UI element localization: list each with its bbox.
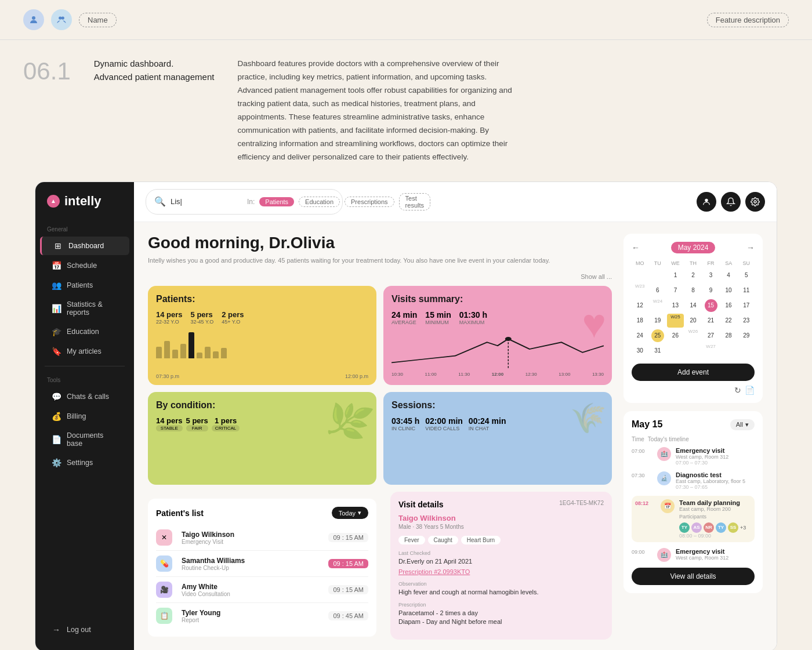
prescription-link[interactable]: Prescription #2.0993KTO (398, 568, 470, 575)
sidebar-label-articles: My articles (67, 347, 102, 355)
table-row[interactable]: ✕ Taigo Wilkinson Emergency Visit 09 : 1… (156, 525, 368, 551)
bottom-row: Patient's list Today ▾ ✕ (148, 492, 612, 640)
cal-day-4[interactable]: 4 (722, 269, 735, 282)
cal-day-19[interactable]: 19 (651, 314, 664, 327)
cal-day-20[interactable]: 20 (687, 314, 699, 327)
cal-day-3[interactable]: 3 (705, 269, 717, 282)
cal-day-6[interactable]: 6 (651, 284, 664, 297)
tl-content-1: Emergency visit West camp, Room 312 07:0… (676, 447, 755, 466)
cal-day-8[interactable]: 8 (687, 284, 699, 297)
cal-day-24[interactable]: 24 (633, 329, 646, 342)
document-icon[interactable]: 📄 (745, 386, 755, 395)
search-input[interactable] (171, 197, 240, 206)
cal-day-31[interactable]: 31 (651, 344, 664, 357)
settings-button[interactable] (745, 192, 765, 212)
timeline-date: May 15 (632, 419, 662, 430)
search-tag-test-results[interactable]: Test results (399, 193, 430, 210)
search-tag-prescriptions[interactable]: Prescriptions (345, 197, 394, 207)
show-all-link[interactable]: Show all ... (148, 273, 612, 280)
avatar: 💊 (156, 555, 172, 572)
vd-tags: Fever Caught Heart Burn (398, 536, 604, 544)
sidebar-item-chats[interactable]: 💬 Chats & calls (40, 387, 129, 406)
cal-day-21[interactable]: 21 (705, 314, 717, 327)
table-row[interactable]: 🎥 Amy White Video Consultation 09 : 15 A… (156, 577, 368, 603)
table-row[interactable]: 💊 Samantha Williams Routine Check-Up 09 … (156, 551, 368, 577)
cal-day-26[interactable]: 26 (669, 329, 682, 342)
cal-day-28[interactable]: 28 (722, 329, 735, 342)
cal-day-27[interactable]: 27 (705, 329, 717, 342)
cal-day-1[interactable]: 1 (669, 269, 682, 282)
tl-dot-1: 🏥 (657, 447, 671, 461)
tl-location-1: West camp, Room 312 (676, 454, 755, 460)
sidebar-label-chats: Chats & calls (67, 393, 109, 401)
profile-button[interactable] (697, 192, 716, 212)
cal-day-9[interactable]: 9 (705, 284, 717, 297)
cond-critical: 1 pers CRITICAL (212, 416, 240, 431)
patient-list-col: Patient's list Today ▾ ✕ (148, 492, 376, 640)
user-icon-1[interactable] (23, 9, 44, 30)
list-item: 08:12 📅 Team daily planning East camp, R… (632, 496, 755, 542)
sidebar-item-patients[interactable]: 👥 Patients (40, 276, 129, 295)
add-event-button[interactable]: Add event (632, 364, 755, 381)
sidebar-item-articles[interactable]: 🔖 My articles (40, 342, 129, 361)
calendar-next-button[interactable]: → (746, 243, 755, 252)
patient-type-3: Video Consultation (182, 591, 230, 597)
patient-time-4: 09 : 45 AM (328, 611, 368, 620)
cal-day-17[interactable]: 17 (740, 299, 753, 312)
cal-day-25[interactable]: 25 (651, 329, 664, 342)
cal-day-2[interactable]: 2 (687, 269, 699, 282)
cal-day-7[interactable]: 7 (669, 284, 682, 297)
sidebar-label-statistics: Statistics & reports (67, 300, 118, 317)
today-button[interactable]: Today ▾ (332, 507, 368, 519)
search-tag-education[interactable]: Education (299, 197, 340, 207)
sidebar-item-settings[interactable]: ⚙️ Settings (40, 453, 129, 472)
cal-day-14[interactable]: 14 (687, 299, 699, 312)
users-icon-2[interactable] (51, 9, 72, 30)
patient-type-1: Emergency Visit (182, 539, 234, 545)
sessions-chat-label: IN CHAT (469, 426, 506, 431)
cal-day-30[interactable]: 30 (633, 344, 646, 357)
cal-day-12[interactable]: 12 (633, 299, 646, 312)
visits-max-label: MAXIMUM (459, 319, 487, 325)
refresh-icon[interactable]: ↻ (734, 386, 741, 395)
sidebar-item-schedule[interactable]: 📅 Schedule (40, 256, 129, 275)
cond-fair-tag: FAIR (186, 425, 208, 431)
cal-day-23[interactable]: 23 (740, 314, 753, 327)
vd-prescription-val: Paracetamol - 2 times a day Diapam - Day… (398, 609, 604, 627)
general-section-label: General (35, 220, 134, 236)
cal-day-10[interactable]: 10 (722, 284, 735, 297)
cal-day-15[interactable]: 15 (705, 299, 717, 312)
sidebar-item-education[interactable]: 🎓 Education (40, 322, 129, 341)
feature-description-label: Feature description (707, 13, 789, 27)
cal-day-5[interactable]: 5 (740, 269, 753, 282)
patient-name-4: Tyler Young (182, 609, 220, 617)
sidebar-item-documents[interactable]: 📄 Documents base (40, 427, 129, 452)
sidebar-item-billing[interactable]: 💰 Billing (40, 407, 129, 426)
sidebar-item-statistics[interactable]: 📊 Statistics & reports (40, 296, 129, 321)
visit-details-section: Visit details 1EG4-TE5-MK72 Taigo Wilkin… (390, 492, 612, 640)
sessions-clinic-label: IN CLINIC (392, 426, 419, 431)
cal-day-16[interactable]: 16 (722, 299, 735, 312)
vd-observation-val: High fever and cough at normal hamogibin… (398, 588, 604, 597)
visits-avg-val: 24 min (392, 310, 417, 319)
bar-6 (197, 353, 202, 358)
cal-day-13[interactable]: 13 (669, 299, 682, 312)
cal-day-29[interactable]: 29 (740, 329, 753, 342)
main-content: 🔍 In: Patients Education Prescriptions T… (134, 182, 777, 651)
sidebar-item-dashboard[interactable]: ⊞ Dashboard (40, 237, 129, 255)
calendar-prev-button[interactable]: ← (632, 243, 640, 252)
tl-time-1: 07:00 (632, 448, 652, 454)
participant-avatar-2: AS (691, 522, 702, 533)
view-all-button[interactable]: View all details (632, 568, 755, 585)
cal-day-22[interactable]: 22 (722, 314, 735, 327)
search-tag-patients[interactable]: Patients (259, 197, 294, 206)
table-row[interactable]: 📋 Tyler Young Report 09 : 45 AM (156, 603, 368, 629)
cal-day-11[interactable]: 11 (740, 284, 753, 297)
timeline-filter[interactable]: All ▾ (730, 419, 755, 430)
notifications-button[interactable] (721, 192, 741, 212)
sidebar-item-logout[interactable]: → Log out (40, 620, 129, 639)
time-label-2: 11:00 (425, 372, 437, 377)
cal-day-18[interactable]: 18 (633, 314, 646, 327)
sidebar-label-dashboard: Dashboard (68, 242, 104, 250)
svg-point-4 (754, 201, 756, 203)
